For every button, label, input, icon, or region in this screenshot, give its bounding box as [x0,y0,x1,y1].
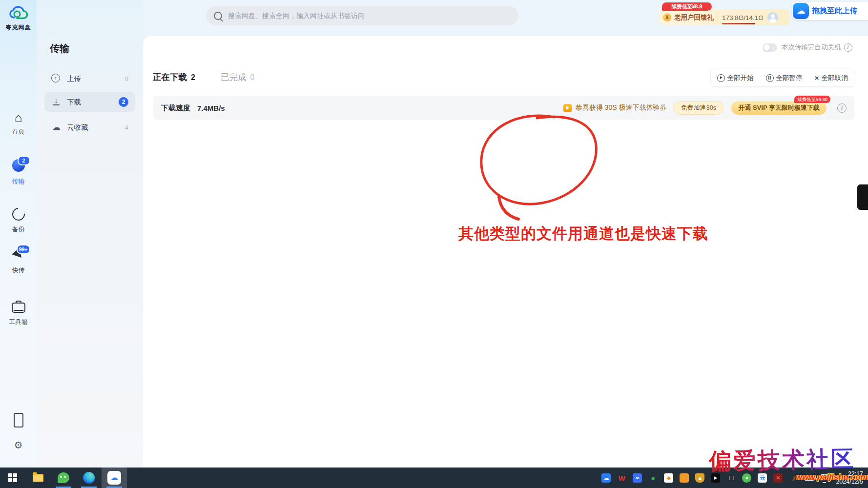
audio-color-icon[interactable]: ♪ [789,473,798,483]
taskbar-clock[interactable]: 22:17 2024/12/5 [836,470,863,486]
upload-icon: ↑ [51,74,60,82]
sidebar-item-count: 0 [125,75,128,82]
clock-time: 22:17 [836,470,863,478]
cancel-all-button[interactable]: × 全部取消 [815,74,848,82]
quark-netdisk-window: 夸克网盘 ⌂ 首页 2 传输 备份 99+ 快传 工具箱 [0,0,868,488]
search-bar[interactable] [206,6,518,25]
shield-icon[interactable]: ▲ [695,473,704,483]
search-icon [214,12,222,20]
coin-icon: ¥ [663,13,671,21]
storage-progress-bar [722,23,755,24]
start-all-label: 全部开始 [727,74,754,82]
rail-item-mobile[interactable] [0,413,37,427]
rail-item-label: 传输 [0,177,37,186]
edge-panel-handle[interactable] [857,184,868,210]
battery-icon[interactable] [805,475,814,481]
start-button[interactable] [0,468,25,488]
download-count-badge: 2 [119,97,128,107]
rail-item-transfer[interactable]: 2 传输 [0,159,37,186]
rail-item-quick-send[interactable]: 99+ 快传 [0,248,37,275]
drop-upload-label: 拖拽至此上传 [812,6,857,16]
sidebar-item-download[interactable]: ↓ 下载 2 [44,92,135,112]
taskbar-quark[interactable]: ☁ [102,468,127,488]
network-green-icon[interactable]: ● [648,473,658,483]
code-tool-icon[interactable]: ◆ [664,473,673,483]
system-tray: ☁ W ∞ ● ◆ ≡ ▲ ▶ □ ● 云 × ♪ 22:17 2024/12/… [601,468,868,488]
tab-count: 0 [250,73,254,82]
stacked-windows-icon[interactable]: □ [726,473,736,483]
info-icon: i [844,43,852,52]
download-icon: ↓ [51,97,61,105]
download-speed-banner: 下载速度 7.4MB/s 恭喜获得 30S 极速下载体验券 免费加速30s 开通… [153,96,854,120]
yun-cloud-icon[interactable]: 云 [758,473,767,483]
member-gift-label: 老用户回馈礼 [674,13,714,22]
user-avatar[interactable] [767,12,778,23]
gear-icon: ⚙ [14,440,23,450]
wechat-tray-icon[interactable]: ● [742,473,751,483]
rail-item-backup[interactable]: 备份 [0,207,37,234]
member-gift-banner[interactable]: ¥ 老用户回馈礼 173.8G/14.1G [659,9,790,25]
windows-logo-icon [8,473,17,482]
wps-icon[interactable]: W [617,473,626,483]
quick-send-badge: 99+ [17,244,30,254]
tab-completed[interactable]: 已完成 0 [221,71,254,83]
coupon-promo-text: 恭喜获得 30S 极速下载体验券 [576,103,667,112]
quark-app-icon: ☁ [107,471,121,485]
auto-shutdown-label: 本次传输完自动关机 [782,43,841,52]
rail-item-settings[interactable]: ⚙ [0,439,37,451]
tab-downloading[interactable]: 正在下载 2 [153,71,195,83]
cloud-app-icon[interactable]: ∞ [633,473,642,483]
open-svip-button[interactable]: 开通 SVIP 享无限时极速下载 [731,101,827,115]
svip-renew-badge: 续费低至¥8.80 [794,96,830,103]
pause-icon [766,74,774,82]
play-icon [717,74,725,82]
screen-block-icon[interactable]: × [773,473,783,483]
auto-shutdown-toggle[interactable] [763,43,777,52]
taskbar-file-explorer[interactable] [25,468,51,488]
sidebar-item-upload[interactable]: ↑ 上传 0 [44,68,135,89]
app-logo[interactable]: 夸克网盘 [0,5,37,32]
transfer-sidebar: 传输 ↑ 上传 0 ↓ 下载 2 ☁ 云收藏 4 [37,0,143,468]
tab-label: 已完成 [221,71,247,83]
speed-value: 7.4MB/s [197,104,225,112]
rail-item-label: 备份 [0,225,37,234]
rail-item-label: 快传 [0,266,37,275]
wechat-icon [58,472,69,483]
phone-icon [14,413,23,427]
sidebar-item-label: 下载 [67,98,119,107]
free-boost-button[interactable]: 免费加速30s [673,101,723,115]
sidebar-item-label: 云收藏 [67,123,125,132]
taskbar-edge[interactable] [76,468,102,488]
pause-all-label: 全部暂停 [776,74,803,82]
app-name: 夸克网盘 [0,23,37,32]
tab-count: 2 [191,73,195,82]
rail-item-toolbox[interactable]: 工具箱 [0,300,37,326]
auto-shutdown-control: 本次传输完自动关机 i [763,43,852,52]
start-all-button[interactable]: 全部开始 [717,74,754,82]
quark-tray-icon[interactable]: ☁ [601,473,611,483]
drag-drop-upload-area[interactable]: ☁ 拖拽至此上传 [792,2,868,20]
sidebar-item-cloud-collect[interactable]: ☁ 云收藏 4 [44,117,135,138]
download-tabs: 正在下载 2 已完成 0 [153,71,280,83]
transfer-badge: 2 [18,156,30,165]
batch-controls: 全部开始 全部暂停 × 全部取消 [710,69,854,87]
network-monitor-icon[interactable] [821,474,829,481]
taskbar-wechat[interactable] [51,468,76,488]
search-input[interactable] [227,11,511,20]
clock-date: 2024/12/5 [836,478,863,486]
storage-usage: 173.8G/14.1G [722,14,764,21]
quark-logo-icon: ☁ [793,3,809,19]
home-icon: ⌂ [15,110,22,125]
video-player-icon[interactable]: ▶ [711,473,720,483]
pause-all-button[interactable]: 全部暂停 [766,74,803,82]
annotation-text: 其他类型的文件用通道也是快速下载 [458,224,708,244]
speed-label: 下载速度 [161,103,190,113]
left-rail: 夸克网盘 ⌂ 首页 2 传输 备份 99+ 快传 工具箱 [0,0,37,468]
rail-item-home[interactable]: ⌂ 首页 [0,111,37,136]
backup-sync-icon [9,205,27,224]
cancel-all-label: 全部取消 [821,74,847,82]
window-app-icon[interactable]: ≡ [680,473,689,483]
windows-taskbar: ☁ ☁ W ∞ ● ◆ ≡ ▲ ▶ □ ● 云 × ♪ 22:17 2024/1… [0,468,868,488]
sidebar-title: 传输 [50,42,69,55]
rail-item-label: 工具箱 [0,318,37,326]
